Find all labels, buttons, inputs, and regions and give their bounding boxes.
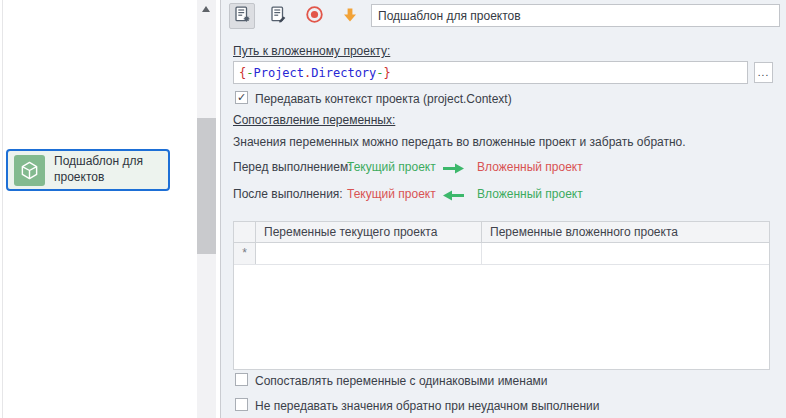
scrollbar-thumb[interactable] xyxy=(197,118,216,254)
action-rename-button[interactable] xyxy=(265,3,291,29)
new-row-marker[interactable]: * xyxy=(234,243,256,264)
before-execution-label: Перед выполнением: xyxy=(233,160,352,174)
table-new-row: * xyxy=(234,243,769,265)
column-header-current-project[interactable]: Переменные текущего проекта xyxy=(256,222,482,242)
table-corner-cell[interactable] xyxy=(234,222,256,242)
mapping-hint-text: Значения переменных можно передать во вл… xyxy=(233,135,686,149)
no-backward-label: Не передавать значения обратно при неуда… xyxy=(255,399,600,413)
pass-context-checkbox[interactable]: ✓ xyxy=(235,91,248,104)
download-arrow-icon xyxy=(342,7,358,26)
record-icon xyxy=(305,5,324,27)
after-target-project: Текущий проект xyxy=(347,187,436,201)
new-row-cell-current[interactable] xyxy=(256,243,482,264)
no-backward-checkbox[interactable] xyxy=(235,398,248,411)
canvas-left-edge xyxy=(2,0,3,418)
action-name-input[interactable] xyxy=(371,4,780,27)
match-names-label: Сопоставлять переменные с одинаковыми им… xyxy=(255,374,548,388)
after-source-project: Вложенный проект xyxy=(477,187,583,201)
new-row-cell-nested[interactable] xyxy=(482,243,769,264)
subtemplate-action-editor: Подшаблон для проектов xyxy=(0,0,786,418)
node-label: Подшаблон для проектов xyxy=(54,154,160,185)
canvas-vertical-scrollbar[interactable] xyxy=(197,0,216,418)
transfer-left-arrow-icon xyxy=(443,190,464,204)
before-source-project: Текущий проект xyxy=(347,160,436,174)
variables-mapping-table: Переменные текущего проекта Переменные в… xyxy=(233,221,770,370)
pass-context-label: Передавать контекст проекта (project.Con… xyxy=(255,92,512,106)
transfer-right-arrow-icon xyxy=(443,163,464,177)
column-header-nested-project[interactable]: Переменные вложенного проекта xyxy=(482,222,769,242)
action-properties-button[interactable] xyxy=(229,3,255,29)
move-down-button[interactable] xyxy=(337,3,363,29)
canvas-node-subtemplate[interactable]: Подшаблон для проектов xyxy=(6,149,170,191)
before-target-project: Вложенный проект xyxy=(477,160,583,174)
after-execution-label: После выполнения: xyxy=(233,187,343,201)
path-section-label: Путь к вложенному проекту: xyxy=(233,44,390,58)
browse-button[interactable]: ... xyxy=(754,62,773,83)
scroll-up-arrow-icon[interactable] xyxy=(202,6,210,12)
document-edit-icon xyxy=(270,6,287,26)
checkmark-icon: ✓ xyxy=(237,91,246,103)
table-header-row: Переменные текущего проекта Переменные в… xyxy=(234,222,769,243)
cube-icon xyxy=(14,155,45,186)
match-names-checkbox[interactable] xyxy=(235,373,248,386)
subproject-path-input[interactable]: {-Project.Directory-} xyxy=(233,61,748,84)
record-button[interactable] xyxy=(301,3,327,29)
document-gear-icon xyxy=(234,6,251,26)
mapping-section-label: Сопоставление переменных: xyxy=(233,113,395,127)
